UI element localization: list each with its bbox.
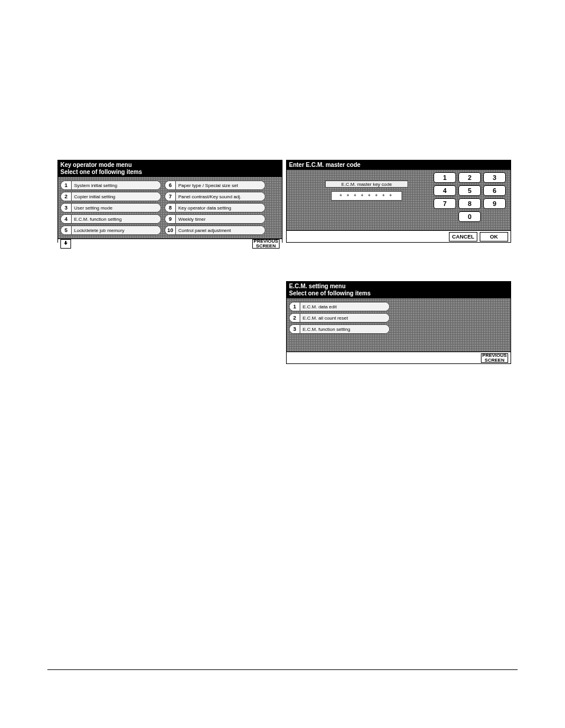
panel-ecm-setting-menu: E.C.M. setting menu Select one of follow… <box>286 281 511 364</box>
panel3-footer: PREVIOUS SCREEN <box>287 352 511 363</box>
menu-item-system-initial[interactable]: 1 System initial setting <box>60 181 161 190</box>
cancel-button[interactable]: CANCEL <box>449 232 477 241</box>
previous-screen-button[interactable]: PREVIOUS SCREEN <box>252 239 280 249</box>
panel3-title-line2: Select one of following items <box>289 290 508 297</box>
panel-key-operator-menu: Key operator mode menu Select one of fol… <box>57 160 282 243</box>
ecm-code-display: ＊＊＊＊＊＊＊＊ <box>331 191 402 201</box>
key-7[interactable]: 7 <box>434 198 456 209</box>
key-8[interactable]: 8 <box>458 198 481 209</box>
panel1-header: Key operator mode menu Select one of fol… <box>58 160 282 177</box>
page-bottom-rule <box>47 669 518 670</box>
menu-item-ecm-data-edit[interactable]: 1 E.C.M. data edit <box>289 302 390 311</box>
panel1-title-line2: Select one of following items <box>60 169 280 176</box>
key-2[interactable]: 2 <box>458 172 481 183</box>
panel-enter-ecm-code: Enter E.C.M. master code E.C.M. master k… <box>286 160 511 243</box>
menu-item-user-setting[interactable]: 3 User setting mode <box>60 203 161 212</box>
panel1-body: 1 System initial setting 2 Copier initia… <box>58 177 282 239</box>
menu-item-ecm-function[interactable]: 4 E.C.M. function setting <box>60 214 161 224</box>
numeric-keypad: 1 2 3 4 5 6 7 8 9 0 <box>431 172 508 222</box>
panel1-title-line1: Key operator mode menu <box>60 162 280 169</box>
key-5[interactable]: 5 <box>458 185 481 196</box>
key-1[interactable]: 1 <box>434 172 456 183</box>
panel3-body: 1 E.C.M. data edit 2 E.C.M. all count re… <box>287 298 511 352</box>
key-9[interactable]: 9 <box>483 198 506 209</box>
key-0[interactable]: 0 <box>458 211 481 222</box>
menu-item-paper-type[interactable]: 6 Paper type / Special size set <box>165 181 265 190</box>
menu-item-panel-contrast[interactable]: 7 Panel contrast/Key sound adj. <box>165 192 265 201</box>
ecm-code-label: E.C.M. master key code <box>325 181 408 188</box>
key-6[interactable]: 6 <box>483 185 506 196</box>
previous-screen-button-2[interactable]: PREVIOUS SCREEN <box>481 353 508 363</box>
panel2-footer: CANCEL OK <box>287 230 511 242</box>
menu-item-ecm-all-count-reset[interactable]: 2 E.C.M. all count reset <box>289 313 390 323</box>
panel2-body: E.C.M. master key code ＊＊＊＊＊＊＊＊ 1 2 3 4 … <box>287 170 511 230</box>
panel1-footer: PREVIOUS SCREEN <box>58 239 282 249</box>
key-3[interactable]: 3 <box>483 172 506 183</box>
page-down-button[interactable] <box>60 239 71 249</box>
panel2-title: Enter E.C.M. master code <box>289 162 508 169</box>
menu-item-lock-delete[interactable]: 5 Lock/delete job memory <box>60 226 161 235</box>
menu-item-ecm-function-setting[interactable]: 3 E.C.M. function setting <box>289 324 390 334</box>
panel3-title-line1: E.C.M. setting menu <box>289 283 508 290</box>
menu-item-key-operator-data[interactable]: 8 Key operator data setting <box>165 203 265 212</box>
svg-rect-0 <box>65 241 66 243</box>
menu-item-copier-initial[interactable]: 2 Copier initial setting <box>60 192 161 201</box>
panel3-header: E.C.M. setting menu Select one of follow… <box>287 282 511 298</box>
panel2-header: Enter E.C.M. master code <box>287 160 511 170</box>
menu-item-control-panel-adjust[interactable]: 10 Control panel adjustment <box>165 226 265 235</box>
ok-button[interactable]: OK <box>480 232 508 241</box>
menu-item-weekly-timer[interactable]: 9 Weekly timer <box>165 214 265 224</box>
key-4[interactable]: 4 <box>434 185 456 196</box>
